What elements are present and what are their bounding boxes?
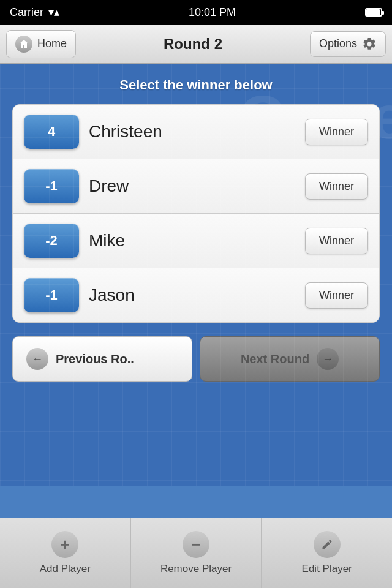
nav-bar: Home Round 2 Options (0, 24, 392, 64)
home-label: Home (37, 37, 67, 50)
edit-player-toolbar-item[interactable]: Edit Player (262, 518, 392, 588)
remove-player-icon: − (183, 531, 209, 558)
options-label: Options (319, 37, 357, 50)
battery-container (365, 8, 382, 17)
gear-icon (362, 37, 377, 51)
main-content: Game Select the winner below 4 Christeen… (0, 64, 392, 486)
edit-player-icon (314, 531, 341, 558)
home-button[interactable]: Home (6, 30, 76, 58)
battery-icon (365, 8, 382, 17)
add-player-icon: + (51, 531, 78, 558)
clock: 10:01 PM (189, 6, 236, 19)
status-bar: Carrier ▾▴ 10:01 PM (0, 0, 392, 24)
status-left: Carrier ▾▴ (10, 6, 59, 19)
add-player-label: Add Player (40, 563, 91, 575)
wifi-icon: ▾▴ (48, 6, 59, 19)
options-button[interactable]: Options (310, 31, 386, 57)
carrier-label: Carrier (10, 6, 43, 19)
nav-title: Round 2 (164, 36, 222, 53)
grid-watermark (0, 64, 392, 486)
add-player-toolbar-item[interactable]: + Add Player (0, 518, 131, 588)
edit-player-label: Edit Player (302, 563, 352, 575)
bottom-toolbar: + Add Player − Remove Player Edit Player (0, 518, 392, 588)
remove-player-toolbar-item[interactable]: − Remove Player (131, 518, 262, 588)
remove-player-label: Remove Player (160, 563, 232, 575)
home-icon (15, 36, 32, 53)
